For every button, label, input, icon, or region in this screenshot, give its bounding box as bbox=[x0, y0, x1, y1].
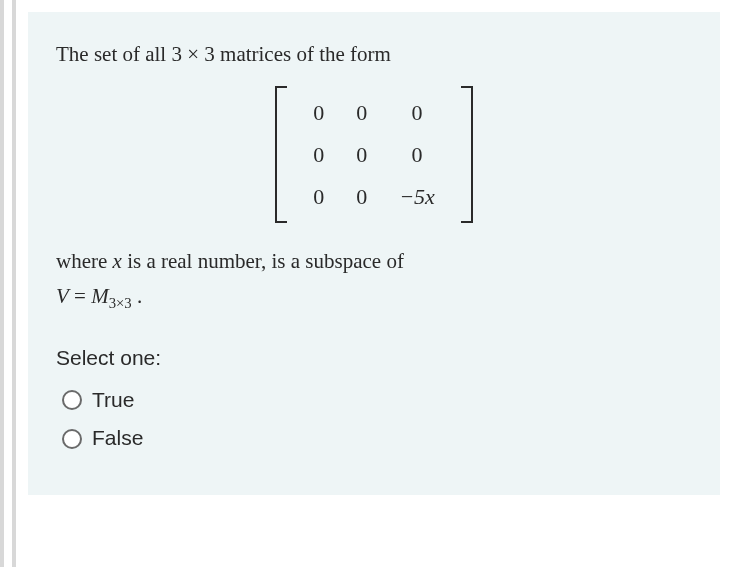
matrix-bracket-right bbox=[461, 86, 473, 223]
matrix-cell: 0 bbox=[383, 134, 451, 176]
matrix-cell: 0 bbox=[297, 176, 340, 218]
question-condition-line2: V = M3×3 . bbox=[56, 282, 692, 314]
option-false[interactable]: False bbox=[62, 424, 692, 452]
v-equals: V bbox=[56, 284, 69, 308]
matrix-table: 0 0 0 0 0 0 0 0 −5x bbox=[297, 92, 451, 217]
left-border-inner bbox=[12, 0, 16, 567]
question-card: The set of all 3 × 3 matrices of the for… bbox=[28, 12, 720, 495]
option-true[interactable]: True bbox=[62, 386, 692, 414]
matrix-row: 0 0 0 bbox=[297, 92, 451, 134]
select-one-label: Select one: bbox=[56, 344, 692, 372]
matrix: 0 0 0 0 0 0 0 0 −5x bbox=[275, 86, 473, 223]
left-border-strip bbox=[0, 0, 18, 567]
option-label: False bbox=[92, 424, 143, 452]
matrix-row: 0 0 0 bbox=[297, 134, 451, 176]
condition-text: where x is a real number, is a subspace … bbox=[56, 249, 404, 273]
question-condition-line1: where x is a real number, is a subspace … bbox=[56, 247, 692, 275]
radio-true[interactable] bbox=[62, 390, 82, 410]
radio-false[interactable] bbox=[62, 429, 82, 449]
matrix-body: 0 0 0 0 0 0 0 0 −5x bbox=[287, 86, 461, 223]
m-subscript: 3×3 bbox=[109, 295, 132, 311]
matrix-cell: −5x bbox=[383, 176, 451, 218]
period: . bbox=[132, 284, 143, 308]
matrix-cell: 0 bbox=[297, 92, 340, 134]
matrix-bracket-left bbox=[275, 86, 287, 223]
matrix-container: 0 0 0 0 0 0 0 0 −5x bbox=[56, 86, 692, 223]
equals: = bbox=[74, 284, 91, 308]
matrix-row: 0 0 −5x bbox=[297, 176, 451, 218]
matrix-cell: 0 bbox=[340, 134, 383, 176]
matrix-cell: 0 bbox=[340, 176, 383, 218]
option-label: True bbox=[92, 386, 134, 414]
matrix-cell: 0 bbox=[340, 92, 383, 134]
question-intro: The set of all 3 × 3 matrices of the for… bbox=[56, 40, 692, 68]
matrix-cell: 0 bbox=[383, 92, 451, 134]
matrix-cell: 0 bbox=[297, 134, 340, 176]
m-symbol: M bbox=[91, 284, 109, 308]
